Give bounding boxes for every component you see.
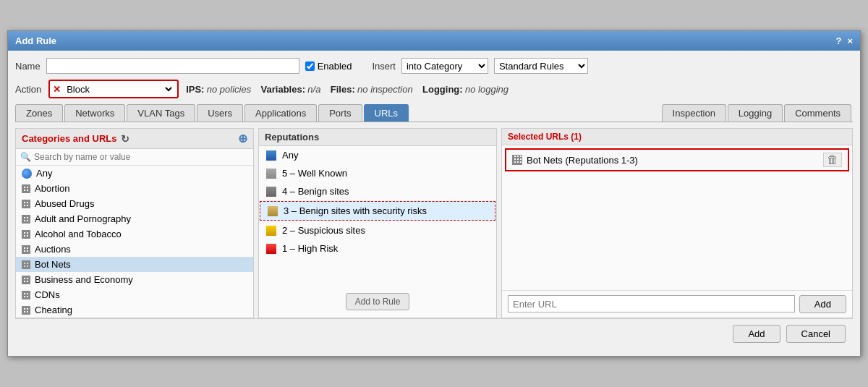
search-wrap: 🔍	[16, 149, 253, 166]
list-item-label: Abortion	[35, 183, 69, 194]
title-bar: Add Rule ? ×	[8, 31, 860, 51]
action-select[interactable]: Block Allow Trust	[64, 83, 174, 95]
url-entry-row: Add	[502, 290, 852, 318]
list-item[interactable]: Any	[16, 166, 253, 181]
tab-urls[interactable]: URLs	[364, 104, 409, 122]
tab-networks[interactable]: Networks	[64, 104, 125, 122]
reputations-list: Any 5 – Well Known 4 – Benign sites 3 – …	[259, 146, 496, 286]
rep-item-4[interactable]: 4 – Benign sites	[259, 182, 496, 200]
selected-item-icon	[512, 155, 522, 165]
list-item-label: Bot Nets	[35, 259, 71, 270]
list-item[interactable]: Auctions	[16, 242, 253, 257]
list-item-label: Any	[36, 168, 52, 179]
tab-applications[interactable]: Applications	[244, 104, 317, 122]
refresh-icon[interactable]: ↻	[121, 133, 129, 145]
dialog-title: Add Rule	[15, 35, 56, 46]
action-row: Action ✕ Block Allow Trust IPS: no polic…	[15, 80, 853, 98]
footer-row: Add Cancel	[15, 318, 853, 349]
panels-wrap: Categories and URLs ↻ ⊕ 🔍 Any Abortion	[15, 128, 853, 318]
list-item[interactable]: CDNs	[16, 287, 253, 302]
rep-item-label: 1 – High Risk	[282, 243, 338, 254]
tab-logging[interactable]: Logging	[728, 104, 783, 122]
enabled-check-row: Enabled	[305, 61, 352, 72]
tab-ports[interactable]: Ports	[318, 104, 362, 122]
tab-vlan-tags[interactable]: VLAN Tags	[127, 104, 195, 122]
list-item-label: Alcohol and Tobacco	[35, 229, 122, 239]
category-icon	[22, 200, 30, 208]
category-icon	[22, 230, 30, 239]
categories-header: Categories and URLs ↻ ⊕	[16, 129, 253, 149]
rep-item-label: Any	[282, 150, 298, 161]
ips-value: no policies	[207, 84, 251, 95]
files-label: Files:	[331, 84, 355, 95]
list-item-label: CDNs	[35, 289, 60, 300]
action-select-wrap[interactable]: ✕ Block Allow Trust	[48, 80, 179, 98]
category-icon	[22, 215, 30, 224]
rep-bar-icon	[266, 187, 276, 197]
tabs-row: Zones Networks VLAN Tags Users Applicati…	[15, 104, 853, 122]
help-button[interactable]: ?	[835, 35, 841, 46]
enter-url-input[interactable]	[508, 295, 795, 312]
enabled-label: Enabled	[318, 61, 352, 72]
category-icon	[22, 260, 30, 269]
selected-urls-list: Bot Nets (Reputations 1-3) 🗑	[502, 145, 852, 290]
ips-label: IPS:	[186, 84, 204, 95]
list-item[interactable]: Abortion	[16, 181, 253, 196]
list-item-label: Adult and Pornography	[35, 213, 131, 224]
add-url-button[interactable]: Add	[799, 295, 846, 313]
logging-value: no logging	[465, 84, 509, 95]
rep-item-1[interactable]: 1 – High Risk	[259, 239, 496, 258]
category-icon	[22, 245, 30, 254]
rep-item-3[interactable]: 3 – Benign sites with security risks	[260, 201, 495, 221]
enabled-checkbox[interactable]	[305, 61, 315, 71]
rep-item-any[interactable]: Any	[259, 146, 496, 164]
list-item[interactable]: Adult and Pornography	[16, 211, 253, 226]
categories-panel: Categories and URLs ↻ ⊕ 🔍 Any Abortion	[15, 128, 254, 318]
tab-inspection[interactable]: Inspection	[662, 104, 726, 122]
rep-item-label: 3 – Benign sites with security risks	[284, 205, 427, 216]
cancel-button[interactable]: Cancel	[786, 325, 846, 343]
tab-zones[interactable]: Zones	[15, 104, 63, 122]
categories-title: Categories and URLs	[22, 133, 116, 144]
rep-bar-icon	[266, 150, 276, 161]
files-value: no inspection	[357, 84, 413, 95]
add-to-rule-button[interactable]: Add to Rule	[346, 293, 410, 310]
delete-selected-button[interactable]: 🗑	[823, 153, 842, 167]
globe-icon	[22, 169, 32, 179]
list-item[interactable]: Abused Drugs	[16, 196, 253, 211]
search-icon: 🔍	[20, 152, 31, 162]
search-input[interactable]	[34, 152, 249, 162]
tab-comments[interactable]: Comments	[784, 104, 851, 122]
action-x-icon: ✕	[53, 84, 61, 95]
rep-bar-icon	[266, 169, 276, 179]
insert-select[interactable]: into Category at Top at Bottom	[401, 58, 488, 74]
rep-item-label: 5 – Well Known	[282, 168, 347, 179]
reputations-title: Reputations	[265, 132, 319, 143]
rep-item-2[interactable]: 2 – Suspicious sites	[259, 221, 496, 239]
add-rule-dialog: Add Rule ? × Name Enabled Insert into Ca…	[7, 30, 861, 357]
rep-item-label: 4 – Benign sites	[282, 186, 349, 197]
category-icon	[22, 184, 30, 193]
category-icon	[22, 291, 30, 299]
list-item[interactable]: Business and Economy	[16, 272, 253, 287]
logging-label: Logging:	[422, 84, 463, 95]
tab-users[interactable]: Users	[197, 104, 243, 122]
list-item-botnets[interactable]: Bot Nets	[16, 257, 253, 272]
rep-bar-icon	[266, 244, 276, 254]
list-item[interactable]: Cheating	[16, 302, 253, 318]
dialog-body: Name Enabled Insert into Category at Top…	[8, 51, 860, 356]
add-button[interactable]: Add	[733, 325, 780, 343]
name-row: Name Enabled Insert into Category at Top…	[15, 58, 853, 74]
action-label: Action	[15, 84, 41, 95]
rep-item-5[interactable]: 5 – Well Known	[259, 164, 496, 182]
list-item[interactable]: Alcohol and Tobacco	[16, 226, 253, 242]
rep-item-label: 2 – Suspicious sites	[282, 225, 365, 236]
selected-item-botnets: Bot Nets (Reputations 1-3) 🗑	[505, 148, 849, 171]
selected-urls-panel: Selected URLs (1) Bot Nets (Reputations …	[501, 128, 853, 318]
add-category-icon[interactable]: ⊕	[238, 132, 247, 145]
close-button[interactable]: ×	[847, 35, 853, 46]
name-label: Name	[15, 61, 41, 72]
standard-rules-select[interactable]: Standard Rules Mandatory Rules	[494, 58, 588, 74]
name-input[interactable]	[46, 58, 299, 74]
add-to-rule-wrap: Add to Rule	[259, 286, 496, 318]
